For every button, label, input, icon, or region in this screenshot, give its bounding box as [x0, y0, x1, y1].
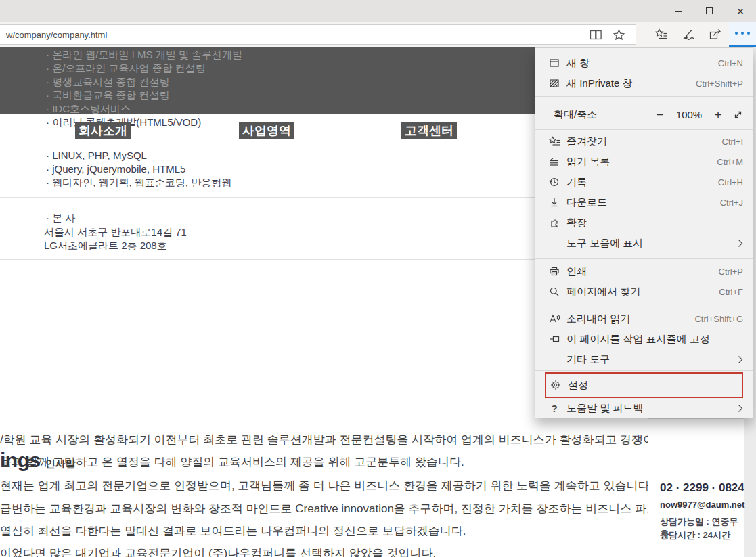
chevron-right-icon	[738, 239, 743, 248]
contact-panel: 02 · 2299 · 0824 now9977@daum.net 상담가능일 …	[648, 418, 744, 557]
greeting-paragraph: 현재는 업계 최고의 전문기업으로 인정받으며, 고객님들께 좀 더 나은 비즈…	[0, 478, 652, 494]
service-item: · IDC호스팅서비스	[46, 102, 131, 116]
contact-phone: 02 · 2299 · 0824	[660, 481, 744, 495]
window-title-bar: ×	[0, 0, 756, 22]
minimize-button[interactable]	[663, 0, 694, 22]
menu-item-show-in-toolbar[interactable]: 도구 모음에 표시	[535, 233, 753, 253]
share-icon	[709, 28, 722, 40]
print-icon	[549, 266, 560, 277]
extensions-icon	[549, 217, 560, 228]
maximize-button[interactable]	[694, 0, 725, 22]
close-button[interactable]: ×	[725, 0, 756, 22]
help-icon: ?	[551, 403, 557, 414]
menu-item-downloads[interactable]: 다운로드 Ctrl+J	[535, 192, 753, 213]
hub-icon	[655, 28, 668, 40]
zoom-out-button[interactable]: −	[654, 108, 666, 121]
greeting-paragraph: 열심히 최선을 다한다는 말대신 결과로 보여드리는 나우컴퍼니의 정신으로 보…	[0, 523, 466, 539]
search-icon	[549, 286, 560, 297]
menu-item-print[interactable]: 인쇄 Ctrl+P	[535, 261, 753, 282]
share-button[interactable]	[702, 22, 729, 47]
history-icon	[549, 177, 560, 187]
gear-icon	[550, 380, 561, 391]
greeting-paragraph: 이었다면 많은 대기업과 교육전문기업이 (주)나우컴퍼니를 선택하지 않았을 …	[0, 545, 436, 557]
menu-separator	[535, 96, 753, 97]
more-options-button[interactable]	[729, 22, 756, 47]
star-icon	[613, 29, 625, 41]
menu-item-favorites[interactable]: 즐겨찾기 Ctrl+I	[535, 131, 753, 152]
nav-item-customer[interactable]: 고객센터	[401, 122, 457, 139]
service-item: · 온/오프라인 교육사업 종합 컨설팅	[46, 62, 206, 75]
inprivate-icon	[549, 78, 560, 89]
more-ellipsis-icon	[735, 32, 750, 35]
office-line: 서울시 서초구 반포대로14길 71	[44, 225, 187, 239]
office-line: LG서초에클라트 2층 208호	[44, 239, 167, 252]
fullscreen-icon[interactable]	[733, 110, 743, 120]
reading-view-button[interactable]	[584, 25, 607, 44]
more-options-menu: 새 창 Ctrl+N 새 InPrivate 창 Ctrl+Shift+P 확대…	[535, 47, 753, 418]
menu-separator	[535, 307, 753, 307]
new-window-icon	[549, 58, 560, 68]
toolbar-buttons	[648, 22, 756, 47]
menu-separator	[535, 129, 753, 130]
tech-item: · 웹디자인, 웹기획, 웹표준코딩, 반응형웹	[46, 176, 231, 190]
nav-item-company[interactable]: 회사소개	[75, 122, 131, 139]
greeting-paragraph: /학원 교육 시장의 활성화되기 이전부터 최초로 관련 솔루션개발과 전문컨설…	[0, 432, 696, 448]
favorites-hub-button[interactable]	[648, 22, 675, 47]
ink-pen-icon	[682, 28, 695, 40]
tech-item: · jQuery, jQuerymobile, HTML5	[46, 162, 185, 176]
url-text[interactable]: w/company/company.html	[6, 30, 584, 40]
minimize-icon	[675, 11, 682, 12]
download-icon	[549, 197, 560, 208]
zoom-level-value: 100%	[675, 109, 703, 120]
zoom-in-button[interactable]: +	[712, 108, 724, 121]
menu-item-inprivate-window[interactable]: 새 InPrivate 창 Ctrl+Shift+P	[535, 73, 753, 93]
menu-item-settings[interactable]: 설정	[545, 372, 743, 398]
add-favorite-button[interactable]	[607, 25, 630, 44]
reading-list-icon	[549, 156, 560, 167]
web-note-button[interactable]	[675, 22, 702, 47]
menu-item-more-tools[interactable]: 기타 도구	[535, 349, 753, 370]
menu-item-read-aloud[interactable]: 소리내어 읽기 Ctrl+Shift+G	[535, 309, 753, 329]
service-item: · 국비환급교육 종합 컨설팅	[46, 89, 170, 102]
menu-item-help-feedback[interactable]: ? 도움말 및 피드백	[535, 398, 753, 418]
chevron-right-icon	[738, 355, 743, 364]
read-aloud-icon	[549, 313, 560, 324]
service-item: · 온라인 웹/모바일 LMS 개발 및 솔루션개발	[46, 48, 242, 62]
menu-separator	[535, 370, 753, 371]
office-line: · 본 사	[46, 211, 75, 225]
close-icon: ×	[736, 5, 744, 18]
menu-item-pin-to-taskbar[interactable]: 이 페이지를 작업 표시줄에 고정	[535, 329, 753, 349]
contact-hours: 상담시간 : 24시간	[660, 529, 730, 541]
menu-item-find-on-page[interactable]: 페이지에서 찾기 Ctrl+F	[535, 282, 753, 302]
greeting-paragraph: 들과 함께 고민하고 온 열정을 다해 양질의 교육서비스의 제공을 위해 고군…	[0, 454, 464, 470]
service-item: · 평생교육시설 종합 컨설팅	[46, 75, 170, 89]
pin-icon	[549, 334, 560, 344]
greeting-paragraph: 급변하는 교육환경과 교육시장의 변화와 창조적 마인드로 Creative i…	[0, 501, 692, 517]
menu-item-new-window[interactable]: 새 창 Ctrl+N	[535, 53, 753, 73]
menu-item-reading-list[interactable]: 읽기 목록 Ctrl+M	[535, 152, 753, 172]
contact-email: now9977@daum.net	[660, 499, 744, 510]
menu-separator	[535, 258, 753, 259]
menu-item-zoom: 확대/축소 − 100% +	[535, 104, 753, 125]
browser-toolbar: w/company/company.html	[0, 22, 756, 47]
address-bar[interactable]: w/company/company.html	[0, 24, 636, 45]
menu-item-extensions[interactable]: 확장	[535, 213, 753, 233]
chevron-right-icon	[738, 404, 743, 413]
maximize-icon	[706, 7, 713, 14]
nav-item-business[interactable]: 사업영역	[239, 122, 294, 139]
favorites-hub-icon	[549, 136, 560, 147]
tech-item: · LINUX, PHP, MySQL	[46, 149, 147, 162]
panel-divider	[648, 552, 744, 552]
book-icon	[590, 30, 602, 40]
menu-item-history[interactable]: 기록 Ctrl+H	[535, 172, 753, 192]
